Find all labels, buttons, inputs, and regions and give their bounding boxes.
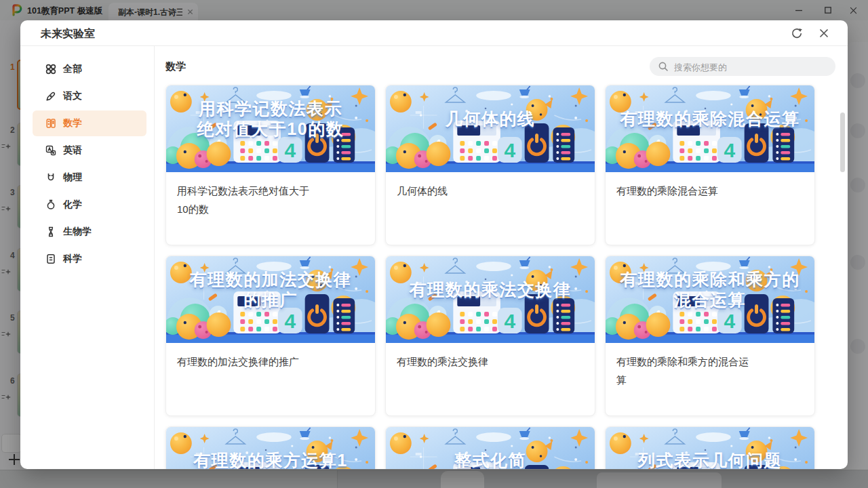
thumbnail-banner-text: 有理数的乘除混合运算 — [606, 98, 814, 139]
search-box[interactable] — [650, 57, 835, 76]
lesson-title: 有理数的乘法交换律 — [386, 343, 547, 371]
lesson-thumbnail: 几何体的线 — [386, 85, 595, 172]
lesson-thumbnail: 有理数的乘除和乘方的 混合运算 — [606, 256, 814, 343]
lesson-card[interactable]: 几何体的线 几何体的线 — [385, 85, 595, 245]
lesson-thumbnail: 有理数的乘除混合运算 — [606, 85, 814, 172]
thumbnail-banner-text: 有理数的乘法交换律 — [386, 269, 595, 310]
content-area: 数学 用科学记数法表示 绝对值大于10的数 用科学记数法表示绝对值大于10的数 … — [155, 46, 848, 469]
modal-body: 全部 语文 数学 英语 物理 化学 生物学 科学 数学 — [20, 46, 848, 469]
future-lab-modal: 未来实验室 全部 语文 数学 英语 物理 化学 生物学 科学 数学 — [20, 20, 848, 469]
sidebar-item-english[interactable]: 英语 — [33, 137, 146, 164]
app-window: 101教育PPT 极速版 副本-课时1.古诗三 1 2 3 4 5 — [0, 0, 868, 488]
sidebar-item-physics[interactable]: 物理 — [33, 164, 146, 191]
thumbnail-banner-text: 有理数的乘方运算1 — [166, 440, 375, 469]
lesson-thumbnail: 用科学记数法表示 绝对值大于10的数 — [166, 85, 375, 172]
search-input[interactable] — [673, 57, 829, 77]
lesson-title: 有理数的乘除混合运算 — [606, 172, 766, 200]
category-heading: 数学 — [165, 60, 186, 73]
sidebar-item-label: 科学 — [63, 253, 82, 265]
sidebar-item-math[interactable]: 数学 — [33, 110, 146, 136]
lesson-card[interactable]: 用科学记数法表示 绝对值大于10的数 用科学记数法表示绝对值大于10的数 — [165, 85, 376, 245]
thumbnail-banner-text: 有理数的加法交换律 的推广 — [166, 269, 375, 310]
sidebar-item-label: 生物学 — [63, 226, 92, 238]
sidebar-item-icon — [45, 253, 57, 265]
sidebar-item-label: 化学 — [63, 199, 82, 211]
lesson-card[interactable]: 有理数的乘法交换律 有理数的乘法交换律 — [385, 256, 595, 416]
sidebar-item-label: 全部 — [63, 63, 82, 75]
thumbnail-banner-text: 有理数的乘除和乘方的 混合运算 — [606, 269, 814, 310]
sidebar-item-label: 语文 — [63, 90, 82, 102]
sidebar-item-icon — [45, 171, 57, 184]
sidebar-item-icon — [45, 117, 57, 129]
lesson-card-grid: 用科学记数法表示 绝对值大于10的数 用科学记数法表示绝对值大于10的数 几何体… — [165, 85, 815, 469]
sidebar-item-icon — [45, 63, 57, 75]
sidebar-item-icon — [45, 226, 57, 238]
sidebar-item-icon — [45, 90, 57, 102]
sidebar-item-science[interactable]: 科学 — [33, 245, 146, 272]
thumbnail-banner-text: 几何体的线 — [386, 98, 595, 139]
lesson-title: 有理数的加法交换律的推广 — [166, 343, 327, 371]
lesson-card[interactable]: 有理数的乘除混合运算 有理数的乘除混合运算 — [605, 85, 815, 245]
thumbnail-banner-text: 用科学记数法表示 绝对值大于10的数 — [166, 98, 375, 139]
lesson-card[interactable]: 整式化简 — [385, 426, 595, 469]
search-icon — [658, 61, 669, 72]
lesson-card[interactable]: 列式表示几何问题 — [605, 426, 815, 469]
lesson-card[interactable]: 有理数的加法交换律 的推广 有理数的加法交换律的推广 — [165, 256, 376, 416]
lesson-card[interactable]: 有理数的乘方运算1 — [165, 426, 376, 469]
modal-title: 未来实验室 — [41, 27, 95, 41]
sidebar-item-chemistry[interactable]: 化学 — [33, 191, 146, 218]
lesson-title: 有理数的乘除和乘方的混合运算 — [606, 343, 766, 389]
lesson-title: 几何体的线 — [386, 172, 547, 200]
sidebar-item-icon — [45, 144, 57, 157]
lesson-thumbnail: 有理数的乘方运算1 — [166, 427, 375, 469]
modal-header: 未来实验室 — [20, 20, 848, 46]
lesson-thumbnail: 整式化简 — [386, 427, 595, 469]
lesson-card[interactable]: 有理数的乘除和乘方的 混合运算 有理数的乘除和乘方的混合运算 — [605, 256, 815, 416]
lesson-thumbnail: 列式表示几何问题 — [606, 427, 814, 469]
sidebar-item-label: 英语 — [63, 144, 82, 157]
sidebar-item-label: 物理 — [63, 171, 82, 184]
sidebar-item-label: 数学 — [63, 117, 82, 129]
content-scrollbar[interactable] — [840, 113, 845, 172]
category-sidebar: 全部 语文 数学 英语 物理 化学 生物学 科学 — [20, 46, 155, 469]
thumbnail-banner-text: 整式化简 — [386, 440, 595, 469]
sidebar-item-icon — [45, 199, 57, 211]
sidebar-item-chinese[interactable]: 语文 — [33, 83, 146, 110]
sidebar-item-all[interactable]: 全部 — [33, 56, 146, 83]
thumbnail-banner-text: 列式表示几何问题 — [606, 440, 814, 469]
content-header: 数学 — [165, 57, 835, 76]
sidebar-item-biology[interactable]: 生物学 — [33, 218, 146, 245]
refresh-button[interactable] — [789, 26, 804, 41]
lesson-title: 用科学记数法表示绝对值大于10的数 — [166, 172, 327, 218]
lesson-thumbnail: 有理数的乘法交换律 — [386, 256, 595, 343]
modal-close-button[interactable] — [816, 26, 831, 41]
lesson-thumbnail: 有理数的加法交换律 的推广 — [166, 256, 375, 343]
